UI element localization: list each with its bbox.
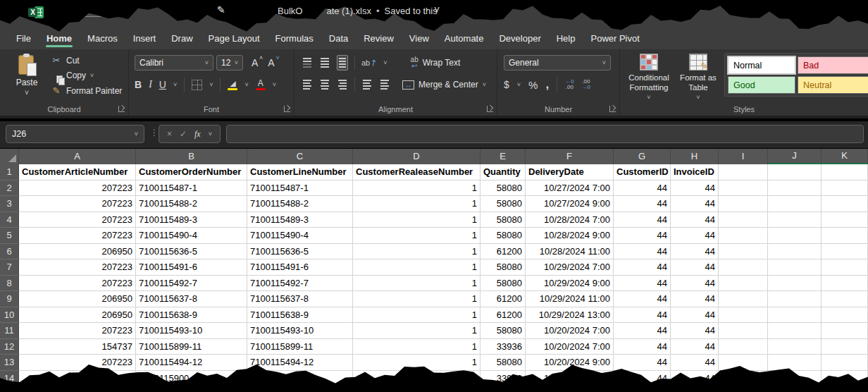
cell-H6[interactable]: 44: [671, 244, 719, 260]
cell-I13[interactable]: [719, 355, 768, 371]
cell-H5[interactable]: 44: [671, 228, 719, 244]
cell-J11[interactable]: [768, 323, 822, 339]
cell-K11[interactable]: [822, 323, 868, 339]
increase-indent-button[interactable]: [379, 78, 390, 92]
bold-button[interactable]: B: [135, 79, 142, 90]
cell-D4[interactable]: 1: [353, 212, 480, 228]
cell-F9[interactable]: 10/29/2024 11:00: [526, 291, 614, 307]
borders-button[interactable]: [192, 80, 202, 90]
cell-I10[interactable]: [719, 307, 768, 324]
borders-chevron-icon[interactable]: ˅: [209, 81, 213, 88]
cell-B13[interactable]: 7100115494-12: [136, 355, 247, 371]
cell-A1[interactable]: CustomerArticleNumber: [19, 164, 136, 180]
top-align-button[interactable]: [302, 56, 313, 70]
row-header-7[interactable]: 7: [0, 259, 19, 276]
cell-H11[interactable]: 44: [671, 323, 719, 339]
cell-E1[interactable]: Quantity: [480, 164, 526, 180]
cell-E12[interactable]: 33936: [480, 339, 526, 355]
cell-A10[interactable]: 206950: [19, 307, 136, 324]
cell-A3[interactable]: 207223: [19, 196, 136, 212]
cell-J12[interactable]: [768, 339, 822, 355]
titlebar-pill[interactable]: [73, 4, 106, 17]
tab-automate[interactable]: Automate: [437, 27, 492, 49]
cell-D3[interactable]: 1: [353, 196, 480, 212]
cell-B1[interactable]: CustomerOrderNumber: [136, 164, 247, 180]
cell-style-normal[interactable]: Normal: [728, 56, 795, 74]
row-header-10[interactable]: 10: [0, 307, 19, 324]
cell-B10[interactable]: 7100115638-9: [136, 307, 247, 324]
row-header-11[interactable]: 11: [0, 323, 19, 339]
cell-J2[interactable]: [768, 180, 822, 197]
cell-C1[interactable]: CustomerLineNumber: [247, 164, 353, 180]
cell-D12[interactable]: 1: [353, 339, 480, 355]
cell-E5[interactable]: 58080: [480, 228, 526, 244]
cell-K3[interactable]: [822, 196, 868, 212]
cell-E2[interactable]: 58080: [480, 180, 526, 197]
copy-button[interactable]: Copy ˅: [51, 71, 122, 80]
cell-B2[interactable]: 7100115487-1: [136, 180, 247, 197]
font-name-select[interactable]: Calibri ˅: [135, 55, 213, 71]
cell-H14[interactable]: 44: [671, 371, 719, 387]
row-header-5[interactable]: 5: [0, 228, 19, 244]
cell-E10[interactable]: 61200: [480, 307, 526, 324]
cell-F4[interactable]: 10/28/2024 7:00: [526, 212, 614, 228]
cell-E4[interactable]: 58080: [480, 212, 526, 228]
cell-B9[interactable]: 7100115637-8: [136, 291, 247, 307]
cell-G1[interactable]: CustomerID: [614, 164, 671, 180]
cell-A14[interactable]: 154737: [19, 371, 136, 387]
cell-G14[interactable]: 44: [614, 371, 671, 387]
cell-A12[interactable]: 154737: [19, 339, 136, 355]
cell-B14[interactable]: 7100115900-13: [136, 371, 247, 387]
decrease-indent-button[interactable]: [361, 78, 373, 92]
pencil-icon[interactable]: ✎: [217, 4, 225, 16]
cell-C6[interactable]: 7100115636-5: [247, 244, 353, 260]
row-header-9[interactable]: 9: [0, 291, 19, 307]
align-right-button[interactable]: [337, 78, 348, 92]
tab-home[interactable]: Home: [39, 27, 80, 49]
insert-function-button[interactable]: fx: [194, 129, 201, 140]
cell-C12[interactable]: 7100115899-11: [247, 339, 353, 355]
underline-chevron-icon[interactable]: ˅: [173, 81, 177, 88]
column-header-i[interactable]: I: [719, 149, 768, 164]
column-header-h[interactable]: H: [671, 149, 719, 164]
cell-C2[interactable]: 7100115487-1: [247, 180, 353, 197]
cell-C8[interactable]: 7100115492-7: [247, 276, 353, 292]
cell-I1[interactable]: [719, 164, 768, 180]
cell-B7[interactable]: 7100115491-6: [136, 259, 247, 276]
cell-J3[interactable]: [768, 196, 822, 212]
cell-F1[interactable]: DeliveryDate: [526, 164, 614, 180]
clipboard-dialog-launcher-icon[interactable]: [118, 106, 125, 112]
cell-D1[interactable]: CustomerRealeaseNumber: [353, 164, 480, 180]
cell-D10[interactable]: 1: [353, 307, 480, 324]
column-header-d[interactable]: D: [353, 149, 480, 164]
cell-I2[interactable]: [719, 180, 768, 197]
cell-F8[interactable]: 10/29/2024 9:00: [526, 276, 614, 292]
cell-I7[interactable]: [719, 259, 768, 276]
cell-K2[interactable]: [822, 180, 868, 197]
cell-A11[interactable]: 207223: [19, 323, 136, 339]
cell-D13[interactable]: 1: [353, 355, 480, 371]
cell-J14[interactable]: [768, 371, 822, 387]
fill-color-button[interactable]: ◢: [228, 80, 237, 90]
cell-H10[interactable]: 44: [671, 307, 719, 324]
cell-H1[interactable]: InvoiceID: [671, 164, 719, 180]
cell-C11[interactable]: 7100115493-10: [247, 323, 353, 339]
tab-data[interactable]: Data: [321, 27, 356, 49]
cell-I11[interactable]: [719, 323, 768, 339]
cell-J13[interactable]: [768, 355, 822, 371]
cell-C5[interactable]: 7100115490-4: [247, 228, 353, 244]
cell-I3[interactable]: [719, 196, 768, 212]
cell-G12[interactable]: 44: [614, 339, 671, 355]
cell-A9[interactable]: 206950: [19, 291, 136, 307]
cell-D5[interactable]: 1: [353, 228, 480, 244]
alignment-dialog-launcher-icon[interactable]: [487, 106, 493, 112]
tab-macros[interactable]: Macros: [80, 27, 125, 49]
cell-C10[interactable]: 7100115638-9: [247, 307, 353, 324]
bottom-align-button[interactable]: [337, 55, 348, 71]
row-header-8[interactable]: 8: [0, 276, 19, 292]
wrap-text-button[interactable]: ab↩ Wrap Text: [411, 56, 461, 69]
row-header-2[interactable]: 2: [0, 180, 19, 197]
select-all-corner[interactable]: [0, 149, 19, 164]
decrease-decimal-button[interactable]: .00→0: [582, 79, 590, 90]
cell-E8[interactable]: 58080: [480, 276, 526, 292]
